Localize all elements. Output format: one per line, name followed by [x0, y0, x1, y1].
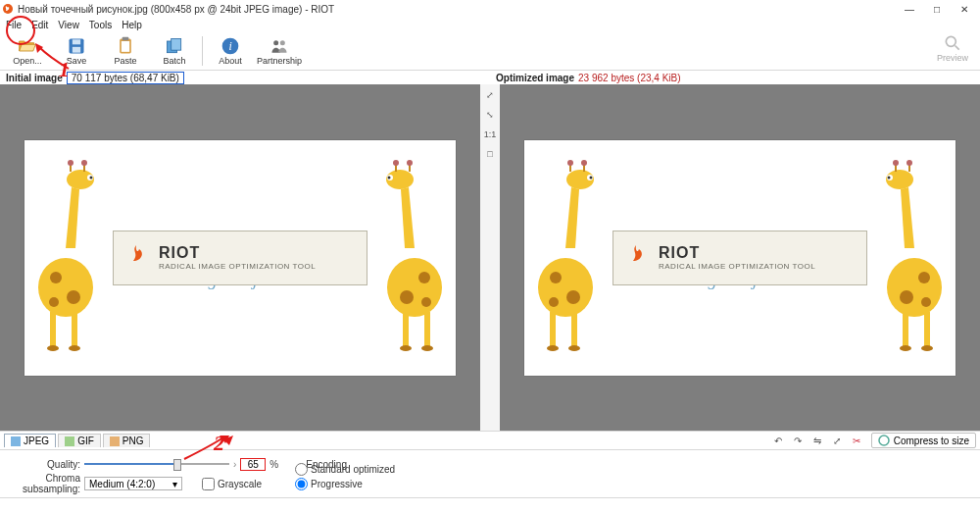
svg-point-36 [393, 160, 399, 166]
svg-point-23 [50, 272, 62, 283]
svg-point-73 [921, 345, 933, 351]
paste-button[interactable]: Paste [104, 33, 147, 69]
flip-button[interactable]: ⇋ [808, 433, 826, 448]
folder-open-icon [18, 36, 37, 56]
optimized-image-canvas: RIOT RADICAL IMAGE OPTIMIZATION TOOL blo… [524, 140, 956, 376]
svg-point-64 [906, 160, 912, 166]
maximize-button[interactable]: □ [923, 1, 951, 17]
optimized-image-label: Optimized image [496, 73, 574, 83]
menu-view[interactable]: View [58, 20, 79, 30]
svg-point-70 [921, 297, 931, 307]
menu-edit[interactable]: Edit [31, 20, 48, 30]
svg-point-22 [38, 258, 93, 317]
jpeg-icon [11, 436, 21, 446]
tab-gif-label: GIF [77, 436, 94, 446]
svg-point-43 [421, 345, 433, 351]
close-window-button[interactable]: ✕ [951, 1, 978, 17]
svg-point-25 [49, 297, 59, 307]
svg-point-55 [549, 297, 559, 307]
svg-point-28 [47, 345, 59, 351]
svg-rect-3 [73, 46, 80, 52]
svg-rect-6 [122, 41, 129, 52]
menu-tools[interactable]: Tools [89, 20, 112, 30]
svg-rect-42 [403, 312, 409, 346]
grayscale-input[interactable] [202, 478, 215, 490]
about-button[interactable]: i About [209, 33, 252, 69]
quality-slider[interactable] [84, 457, 229, 471]
svg-point-54 [566, 290, 580, 304]
partnership-button[interactable]: Partnership [258, 33, 301, 69]
zoom-fit-button[interactable]: □ [483, 147, 497, 161]
partnership-label: Partnership [257, 56, 302, 66]
initial-image-label: Initial image [6, 73, 63, 83]
sign-subtitle: RADICAL IMAGE OPTIMIZATION TOOL [159, 262, 316, 271]
encoding-progressive-radio[interactable]: Progressive [295, 478, 395, 490]
sign-brand: RIOT [659, 244, 815, 262]
batch-label: Batch [163, 56, 185, 66]
initial-image-pane[interactable]: RIOT RADICAL IMAGE OPTIMIZATION TOOL blo… [0, 84, 480, 431]
percent-label: % [270, 459, 278, 470]
svg-point-39 [400, 290, 414, 304]
svg-point-67 [887, 258, 942, 317]
sign-subtitle: RADICAL IMAGE OPTIMIZATION TOOL [659, 262, 815, 271]
svg-point-34 [407, 160, 413, 166]
svg-rect-8 [172, 38, 181, 50]
rotate-left-button[interactable]: ↶ [769, 433, 787, 448]
giraffe-right-illustration [875, 160, 944, 356]
tab-jpeg-label: JPEG [24, 436, 49, 446]
svg-point-12 [280, 40, 285, 45]
about-label: About [219, 56, 242, 66]
chroma-select[interactable]: Medium (4:2:0) ▾ [84, 477, 182, 490]
settings-panel: 2 Quality: › 65 % Encoding Chroma subsam… [0, 450, 980, 497]
zoom-in-button[interactable]: ⤢ [483, 88, 497, 102]
svg-point-69 [900, 290, 913, 304]
paste-label: Paste [114, 56, 136, 66]
optimized-image-pane[interactable]: RIOT RADICAL IMAGE OPTIMIZATION TOOL blo… [500, 84, 980, 431]
svg-point-59 [568, 345, 580, 351]
progressive-radio-input[interactable] [295, 478, 308, 490]
window-title: Новый точечный рисунок.jpg (800x458 px @… [18, 4, 334, 15]
tab-jpeg[interactable]: JPEG [4, 434, 56, 447]
batch-button[interactable]: Batch [153, 33, 196, 69]
standard-radio-input[interactable] [295, 463, 308, 476]
preview-button[interactable]: Preview [931, 33, 974, 69]
svg-point-78 [879, 436, 889, 445]
quality-value-input[interactable]: 65 [240, 458, 266, 471]
zoom-out-button[interactable]: ⤡ [483, 108, 497, 122]
menu-help[interactable]: Help [122, 20, 142, 30]
tab-gif[interactable]: GIF [58, 434, 101, 447]
flame-icon [122, 243, 151, 273]
compress-to-size-button[interactable]: Compress to size [871, 433, 976, 448]
chevron-down-icon: ▾ [172, 479, 177, 489]
resize-button[interactable]: ⤢ [828, 433, 846, 448]
minimize-button[interactable]: — [896, 1, 923, 17]
svg-point-37 [387, 258, 442, 317]
open-button[interactable]: Open... [6, 33, 49, 69]
initial-image-size: 70 117 bytes (68,47 KiB) [67, 72, 184, 84]
tab-png[interactable]: PNG [103, 434, 151, 447]
rotate-right-button[interactable]: ↷ [789, 433, 807, 448]
sign-brand: RIOT [159, 244, 316, 262]
svg-rect-75 [11, 436, 21, 446]
svg-point-68 [918, 272, 930, 283]
svg-point-21 [81, 160, 87, 166]
tools-button[interactable]: ✂ [848, 433, 865, 448]
menu-file[interactable]: File [6, 20, 22, 30]
save-button[interactable]: Save [55, 33, 98, 69]
svg-point-58 [547, 345, 559, 351]
svg-text:i: i [228, 40, 231, 53]
info-icon: i [220, 36, 240, 56]
save-label: Save [67, 56, 87, 66]
chroma-value: Medium (4:2:0) [89, 479, 155, 489]
svg-point-47 [590, 176, 593, 179]
svg-point-11 [273, 40, 278, 45]
format-tabs: JPEG GIF PNG ↶ ↷ ⇋ ⤢ ✂ Compress to size [0, 431, 980, 450]
svg-point-13 [946, 36, 956, 46]
zoom-actual-button[interactable]: 1:1 [483, 128, 497, 141]
svg-point-49 [567, 160, 573, 166]
svg-point-40 [421, 297, 431, 307]
svg-point-38 [418, 272, 430, 283]
grayscale-checkbox[interactable]: Grayscale [202, 478, 262, 490]
encoding-standard-radio[interactable]: Standard optimized [295, 463, 395, 476]
clipboard-icon [116, 36, 135, 56]
